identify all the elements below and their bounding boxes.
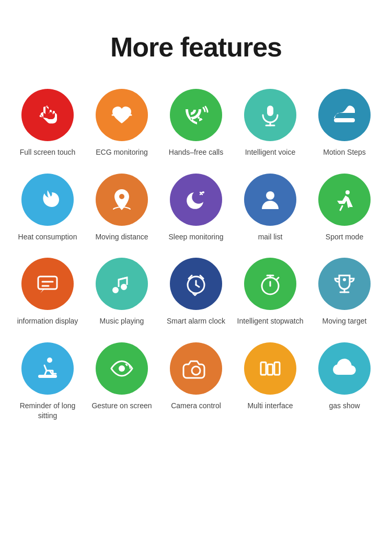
- feature-label-moving-target: Moving target: [322, 316, 367, 327]
- feature-label-gesture-on-screen: Gesture on screen: [91, 401, 152, 411]
- feature-item-heat-consumption: Heat consumption: [13, 174, 82, 243]
- icon-circle-smart-alarm-clock: [170, 258, 222, 310]
- feature-label-intelligent-stopwatch: Intelligent stopwatch: [237, 316, 304, 327]
- feature-label-heat-consumption: Heat consumption: [18, 232, 77, 243]
- icon-circle-hands-free-calls: [170, 89, 222, 141]
- feature-label-full-screen-touch: Full screen touch: [20, 147, 76, 158]
- icon-circle-multi-interface: [244, 342, 296, 395]
- icon-circle-music-playing: [96, 258, 148, 310]
- feature-item-smart-alarm-clock: Smart alarm clock: [162, 258, 230, 327]
- svg-rect-0: [267, 106, 273, 116]
- feature-item-multi-interface: Multi interface: [236, 342, 305, 421]
- feature-label-hands-free-calls: Hands–free calls: [169, 147, 223, 158]
- svg-rect-29: [268, 364, 273, 375]
- svg-point-26: [119, 365, 125, 372]
- feature-item-sleep-monitoring: Sleep monitoring: [162, 174, 230, 243]
- svg-point-24: [47, 358, 52, 363]
- feature-item-sport-mode: Sport mode: [310, 174, 379, 243]
- feature-item-camera-control: Camera control: [162, 342, 230, 421]
- icon-circle-sport-mode: [318, 174, 371, 226]
- feature-item-mail-list: mail list: [236, 174, 305, 243]
- icon-circle-moving-target: [318, 258, 371, 310]
- feature-label-sport-mode: Sport mode: [326, 232, 363, 243]
- icon-circle-moving-distance: [96, 174, 148, 226]
- svg-point-27: [192, 366, 200, 375]
- icon-circle-sleep-monitoring: [170, 174, 222, 226]
- icon-circle-motion-steps: [318, 89, 371, 141]
- icon-circle-intelligent-voice: [244, 89, 296, 141]
- feature-label-information-display: information display: [17, 316, 78, 327]
- svg-line-20: [276, 278, 279, 280]
- feature-item-moving-distance: Moving distance: [87, 174, 156, 243]
- icon-circle-gas-show: [318, 342, 371, 395]
- feature-item-gas-show: gas show: [310, 342, 379, 421]
- svg-point-23: [343, 278, 346, 281]
- svg-point-4: [202, 191, 204, 193]
- feature-item-hands-free-calls: Hands–free calls: [162, 89, 230, 158]
- svg-rect-25: [38, 375, 57, 378]
- feature-label-moving-distance: Moving distance: [95, 232, 148, 243]
- features-grid: Full screen touchECG monitoringHands–fre…: [13, 89, 379, 421]
- page-title: More features: [110, 31, 282, 63]
- icon-circle-reminder-long-sitting: [21, 342, 74, 395]
- feature-label-motion-steps: Motion Steps: [323, 147, 366, 158]
- icon-circle-heat-consumption: [21, 174, 74, 226]
- feature-item-reminder-long-sitting: Reminder of long sitting: [13, 342, 82, 421]
- feature-label-reminder-long-sitting: Reminder of long sitting: [13, 401, 82, 421]
- svg-rect-30: [274, 362, 280, 375]
- feature-label-sleep-monitoring: Sleep monitoring: [168, 232, 223, 243]
- feature-item-information-display: information display: [13, 258, 82, 327]
- feature-item-gesture-on-screen: Gesture on screen: [87, 342, 156, 421]
- icon-circle-mail-list: [244, 174, 296, 226]
- feature-item-moving-target: Moving target: [310, 258, 379, 327]
- feature-label-camera-control: Camera control: [171, 401, 221, 411]
- svg-line-10: [119, 278, 127, 280]
- feature-item-intelligent-stopwatch: Intelligent stopwatch: [236, 258, 305, 327]
- svg-rect-3: [334, 118, 355, 122]
- feature-label-multi-interface: Multi interface: [247, 401, 293, 411]
- icon-circle-gesture-on-screen: [96, 342, 148, 395]
- feature-label-gas-show: gas show: [329, 401, 360, 411]
- icon-circle-camera-control: [170, 342, 222, 395]
- feature-label-music-playing: Music playing: [100, 316, 144, 327]
- feature-item-intelligent-voice: Intelligent voice: [236, 89, 305, 158]
- feature-label-ecg-monitoring: ECG monitoring: [96, 147, 148, 158]
- feature-item-ecg-monitoring: ECG monitoring: [87, 89, 156, 158]
- icon-circle-ecg-monitoring: [96, 89, 148, 141]
- icon-circle-information-display: [21, 258, 74, 310]
- feature-label-mail-list: mail list: [258, 232, 283, 243]
- feature-label-intelligent-voice: Intelligent voice: [245, 147, 296, 158]
- icon-circle-intelligent-stopwatch: [244, 258, 296, 310]
- svg-rect-28: [261, 362, 266, 375]
- svg-point-6: [345, 190, 350, 194]
- feature-item-full-screen-touch: Full screen touch: [13, 89, 82, 158]
- feature-item-motion-steps: Motion Steps: [310, 89, 379, 158]
- feature-label-smart-alarm-clock: Smart alarm clock: [167, 316, 225, 327]
- icon-circle-full-screen-touch: [21, 89, 74, 141]
- feature-item-music-playing: Music playing: [87, 258, 156, 327]
- svg-point-5: [266, 191, 274, 200]
- svg-line-13: [196, 285, 199, 287]
- svg-rect-7: [38, 277, 57, 289]
